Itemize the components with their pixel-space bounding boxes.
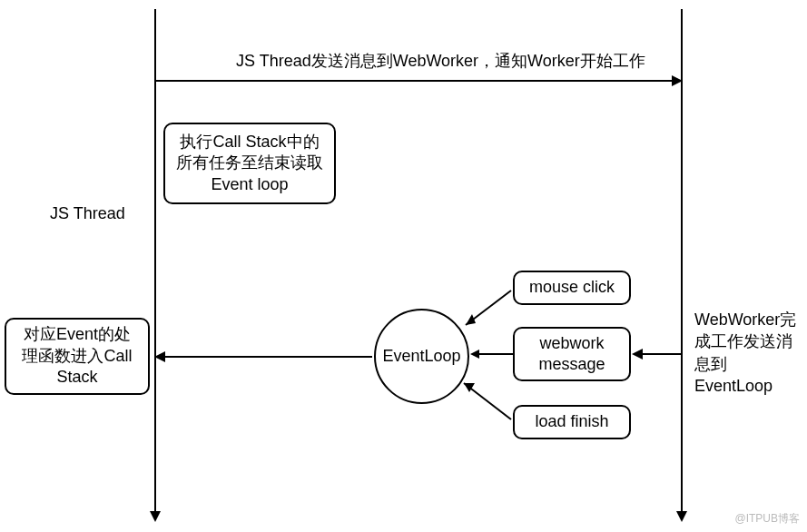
call-stack-box: 执行Call Stack中的所有任务至结束读取Event loop — [163, 123, 336, 204]
event-handler-text: 对应Event的处理函数进入Call Stack — [15, 324, 139, 388]
webworker-to-event-line — [642, 353, 681, 355]
watermark: @ITPUB博客 — [734, 511, 800, 527]
eventloop-to-callstack-arrow — [154, 351, 165, 362]
webworker-done-label: WebWorker完成工作发送消息到EventLoop — [694, 309, 799, 397]
load-finish-arrow — [458, 372, 517, 430]
eventloop-to-callstack-line — [163, 356, 372, 358]
right-lifeline-arrow — [676, 511, 687, 522]
mouse-click-arrow — [461, 318, 516, 349]
webwork-message-text: webwork message — [524, 333, 620, 376]
event-loop-text: EventLoop — [382, 347, 460, 366]
top-message-arrowhead — [672, 75, 683, 86]
svg-marker-1 — [466, 314, 476, 325]
call-stack-text: 执行Call Stack中的所有任务至结束读取Event loop — [174, 132, 325, 195]
left-lifeline-arrow — [150, 511, 161, 522]
mouse-click-box: mouse click — [513, 271, 631, 305]
mouse-click-text: mouse click — [529, 277, 615, 298]
webwork-message-box: webwork message — [513, 327, 631, 381]
js-thread-label: JS Thread — [50, 204, 125, 223]
top-message-line — [156, 80, 674, 82]
webworker-to-event-arrow — [632, 349, 643, 360]
left-lifeline — [154, 9, 156, 513]
event-loop-circle: EventLoop — [374, 309, 469, 404]
webwork-arrow-head — [470, 350, 479, 359]
event-loop-diagram: JS Thread发送消息到WebWorker，通知Worker开始工作 JS … — [0, 0, 807, 532]
load-finish-text: load finish — [535, 411, 608, 432]
top-message-label: JS Thread发送消息到WebWorker，通知Worker开始工作 — [236, 50, 645, 72]
webwork-arrow-line — [478, 353, 513, 355]
event-handler-box: 对应Event的处理函数进入Call Stack — [5, 318, 150, 395]
load-finish-box: load finish — [513, 405, 631, 439]
